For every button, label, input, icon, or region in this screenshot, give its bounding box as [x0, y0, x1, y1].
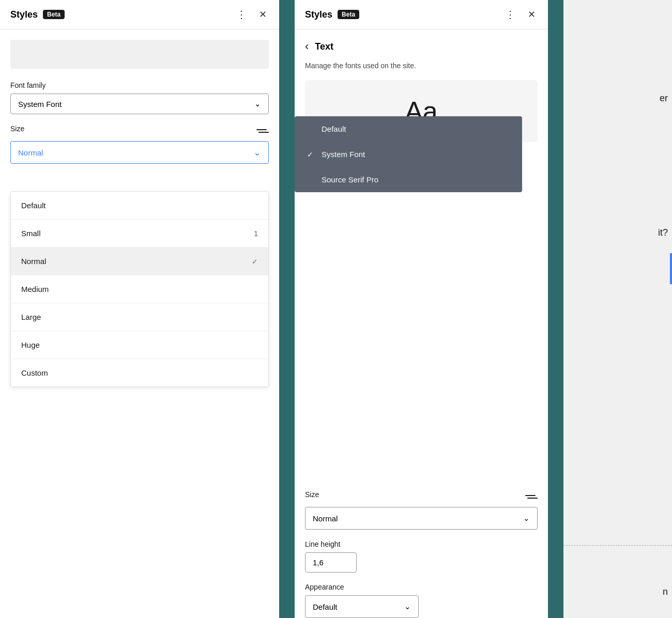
right-styles-label: Styles [305, 9, 332, 20]
dropdown-item-huge[interactable]: Huge [11, 331, 268, 359]
font-dropdown-overlay: Default ✓ System Font Source Serif Pro [295, 116, 522, 192]
right-size-value: Normal [313, 514, 338, 523]
right-size-header: Size [305, 490, 538, 503]
right-panel-title: Styles Beta [305, 9, 359, 20]
dropdown-item-label: Medium [21, 285, 49, 293]
dropdown-item-label: Normal [21, 257, 46, 266]
size-chevron-icon: ⌄ [253, 147, 261, 158]
appearance-label: Appearance [305, 583, 538, 591]
font-option-default[interactable]: Default [295, 116, 522, 142]
right-close-button[interactable]: ✕ [526, 8, 538, 21]
left-styles-label: Styles [10, 9, 38, 20]
dropdown-item-label: Small [21, 229, 41, 238]
dropdown-item-custom[interactable]: Custom [11, 359, 268, 387]
left-panel-header: Styles Beta ⋮ ✕ [0, 0, 279, 29]
right-size-select[interactable]: Normal ⌄ [305, 507, 538, 530]
back-nav: ‹ Text [305, 40, 538, 53]
left-beta-badge: Beta [43, 10, 65, 19]
size-header: Size [10, 125, 269, 137]
small-value: 1 [254, 229, 258, 238]
dropdown-item-label: Custom [21, 368, 48, 377]
left-close-button[interactable]: ✕ [257, 8, 269, 21]
dropdown-item-label: Huge [21, 341, 40, 349]
dropdown-item-small[interactable]: Small 1 [11, 220, 268, 248]
right-size-label: Size [305, 490, 319, 499]
size-select[interactable]: Normal ⌄ [10, 141, 269, 164]
gray-preview-block [10, 40, 269, 69]
font-family-chevron-icon: ⌄ [254, 99, 261, 109]
sliders-icon[interactable] [256, 129, 269, 133]
right-sliders-icon[interactable] [525, 495, 538, 499]
back-button[interactable]: ‹ [305, 40, 309, 53]
section-description: Manage the fonts used on the site. [305, 61, 538, 70]
font-family-select[interactable]: System Font ⌄ [10, 94, 269, 114]
left-header-actions: ⋮ ✕ [234, 7, 269, 22]
edge-text-n: n [663, 586, 672, 597]
section-title: Text [315, 41, 333, 52]
dropdown-item-label: Large [21, 313, 41, 321]
appearance-select[interactable]: Default ⌄ [305, 595, 419, 618]
right-beta-badge: Beta [338, 10, 359, 19]
font-family-value: System Font [18, 100, 62, 109]
font-option-label: System Font [322, 150, 365, 159]
left-panel-title: Styles Beta [10, 9, 65, 20]
size-dropdown-list: Default Small 1 Normal ✓ Medium Large Hu… [10, 191, 269, 387]
blue-highlight-bar [670, 253, 672, 284]
left-panel: Styles Beta ⋮ ✕ Font family System Font … [0, 0, 279, 618]
spacer-1 [279, 0, 295, 618]
line-height-label: Line height [305, 540, 538, 548]
font-option-source-serif[interactable]: Source Serif Pro [295, 167, 522, 192]
font-family-label: Font family [10, 81, 269, 89]
left-more-options-button[interactable]: ⋮ [234, 7, 250, 22]
dashed-line [563, 545, 672, 546]
check-icon: ✓ [252, 257, 258, 266]
size-label: Size [10, 125, 24, 133]
font-option-label: Default [322, 125, 346, 133]
dropdown-item-medium[interactable]: Medium [11, 275, 268, 303]
teal-bar [548, 0, 563, 618]
font-option-label: Source Serif Pro [322, 175, 378, 184]
dropdown-item-normal[interactable]: Normal ✓ [11, 248, 268, 275]
appearance-chevron-icon: ⌄ [404, 602, 411, 611]
right-panel: Styles Beta ⋮ ✕ ‹ Text Manage the fonts … [295, 0, 548, 618]
right-controls: Size Normal ⌄ Line height Appearance Def… [295, 490, 548, 618]
right-edge-area: er it? n [563, 0, 672, 618]
dropdown-item-default[interactable]: Default [11, 192, 268, 220]
right-size-chevron-icon: ⌄ [523, 514, 530, 523]
right-header-actions: ⋮ ✕ [503, 7, 538, 22]
edge-text-it: it? [658, 227, 672, 238]
right-more-options-button[interactable]: ⋮ [503, 7, 518, 22]
right-panel-header: Styles Beta ⋮ ✕ [295, 0, 548, 29]
dropdown-item-large[interactable]: Large [11, 303, 268, 331]
edge-text-er: er [660, 93, 672, 104]
size-value: Normal [18, 148, 43, 157]
check-icon: ✓ [307, 150, 315, 159]
right-panel-content: ‹ Text Manage the fonts used on the site… [295, 29, 548, 490]
dropdown-item-label: Default [21, 201, 46, 210]
appearance-value: Default [313, 602, 338, 611]
font-option-system[interactable]: ✓ System Font [295, 142, 522, 167]
line-height-input[interactable] [305, 552, 357, 573]
